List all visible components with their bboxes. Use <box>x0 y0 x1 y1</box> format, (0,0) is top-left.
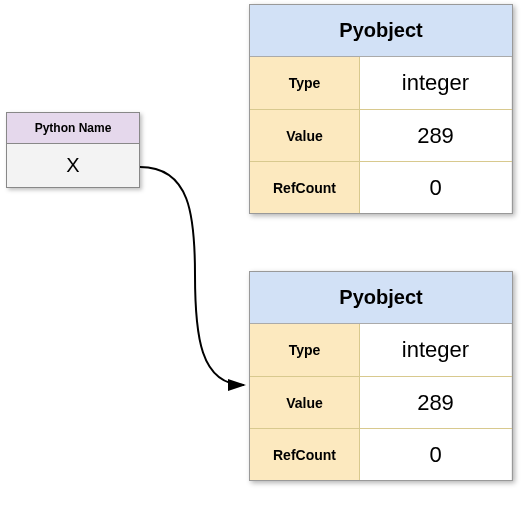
pyobject-row-value: Value 289 <box>250 109 512 161</box>
row-value-refcount: 0 <box>360 429 512 480</box>
row-label-refcount: RefCount <box>250 162 360 213</box>
python-name-header: Python Name <box>7 113 139 144</box>
pyobject-row-value: Value 289 <box>250 376 512 428</box>
row-value-type: integer <box>360 324 512 376</box>
python-name-value: X <box>7 144 139 187</box>
pyobject-title: Pyobject <box>250 5 512 57</box>
pyobject-row-type: Type integer <box>250 324 512 376</box>
row-label-refcount: RefCount <box>250 429 360 480</box>
pyobject-row-type: Type integer <box>250 57 512 109</box>
pyobject-row-refcount: RefCount 0 <box>250 161 512 213</box>
python-name-box: Python Name X <box>6 112 140 188</box>
row-label-value: Value <box>250 377 360 428</box>
pyobject-row-refcount: RefCount 0 <box>250 428 512 480</box>
pyobject-box-1: Pyobject Type integer Value 289 RefCount… <box>249 271 513 481</box>
diagram-canvas: Python Name X Pyobject Type integer Valu… <box>0 0 521 521</box>
row-value-value: 289 <box>360 110 512 161</box>
row-value-type: integer <box>360 57 512 109</box>
row-value-value: 289 <box>360 377 512 428</box>
row-value-refcount: 0 <box>360 162 512 213</box>
pyobject-box-0: Pyobject Type integer Value 289 RefCount… <box>249 4 513 214</box>
row-label-type: Type <box>250 57 360 109</box>
binding-arrow <box>140 155 255 405</box>
row-label-value: Value <box>250 110 360 161</box>
pyobject-title: Pyobject <box>250 272 512 324</box>
row-label-type: Type <box>250 324 360 376</box>
